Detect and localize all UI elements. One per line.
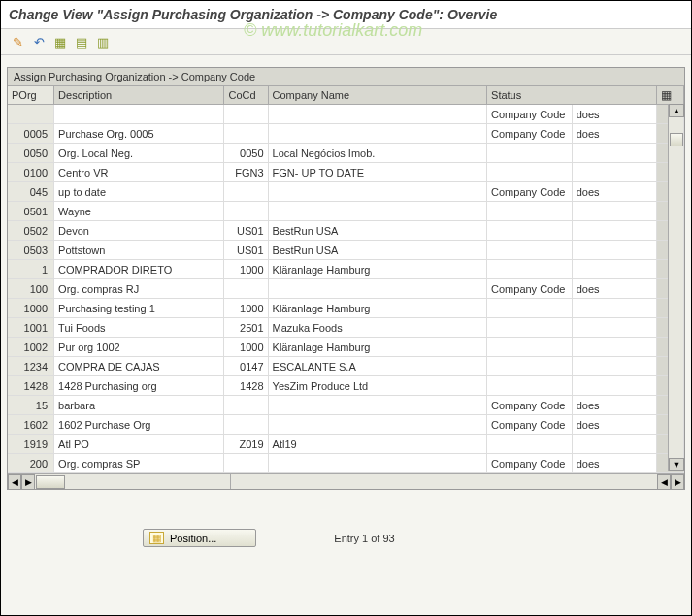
table-row[interactable]: 1919Atl POZ019Atl19 (8, 435, 684, 454)
cell-company[interactable] (268, 396, 486, 415)
table-row[interactable]: 1000Purchasing testing 11000Kläranlage H… (8, 299, 684, 318)
cell-description[interactable]: Pur org 1002 (54, 338, 224, 357)
cell-company[interactable] (268, 124, 486, 144)
cell-status1[interactable] (487, 318, 573, 338)
cell-cocd[interactable] (224, 105, 268, 124)
cell-description[interactable]: COMPRADOR DIRETO (54, 260, 224, 279)
cell-porg[interactable]: 0050 (8, 144, 54, 163)
cell-status1[interactable]: Company Code (487, 415, 573, 435)
table-row[interactable]: 15barbaraCompany Codedoes (8, 396, 684, 415)
table-row[interactable]: 0503PottstownUS01BestRun USA (8, 241, 684, 260)
select-block-icon[interactable]: ▤ (73, 33, 90, 50)
col-header-company[interactable]: Company Name (268, 86, 486, 105)
cell-description[interactable]: Org. compras RJ (54, 279, 224, 299)
cell-description[interactable]: up to date (54, 182, 224, 202)
cell-porg[interactable] (8, 105, 54, 124)
cell-description[interactable]: Org. Local Neg. (54, 144, 224, 163)
cell-company[interactable] (268, 279, 486, 299)
table-row[interactable]: 0501Wayne (8, 202, 684, 221)
cell-porg[interactable]: 1000 (8, 299, 54, 318)
table-row[interactable]: 200Org. compras SPCompany Codedoes▼ (8, 454, 684, 473)
cell-company[interactable]: Atl19 (268, 435, 486, 454)
cell-porg[interactable]: 15 (8, 396, 54, 415)
cell-description[interactable]: Atl PO (54, 435, 224, 454)
cell-cocd[interactable]: 1428 (224, 376, 268, 396)
scroll-thumb-horizontal-left[interactable] (36, 475, 65, 489)
cell-description[interactable] (54, 105, 224, 124)
col-header-cocd[interactable]: CoCd (224, 86, 268, 105)
cell-description[interactable]: 1428 Purchasing org (54, 376, 224, 396)
cell-porg[interactable]: 0501 (8, 202, 54, 221)
cell-status1[interactable] (487, 144, 573, 163)
scroll-left-button[interactable]: ◀ (8, 474, 21, 490)
scroll-up-button[interactable]: ▲ (669, 104, 684, 117)
cell-porg[interactable]: 0502 (8, 221, 54, 241)
cell-company[interactable]: Kläranlage Hamburg (268, 260, 486, 279)
cell-description[interactable]: Pottstown (54, 241, 224, 260)
cell-status2[interactable]: does (572, 279, 657, 299)
cell-status2[interactable] (572, 318, 657, 338)
cell-status1[interactable]: Company Code (487, 182, 573, 202)
cell-description[interactable]: Devon (54, 221, 224, 241)
table-settings-cell[interactable]: ▦ (657, 86, 684, 105)
cell-company[interactable]: Local Negócios Imob. (268, 144, 486, 163)
scroll-right-button-1[interactable]: ▶ (21, 474, 35, 490)
cell-porg[interactable]: 1919 (8, 435, 54, 454)
cell-status2[interactable] (572, 144, 657, 163)
cell-cocd[interactable]: 0050 (224, 144, 268, 163)
cell-company[interactable]: Kläranlage Hamburg (268, 299, 486, 318)
cell-company[interactable]: Mazuka Foods (268, 318, 486, 338)
undo-icon[interactable]: ↶ (30, 33, 48, 50)
change-icon[interactable]: ✎ (9, 33, 26, 50)
cell-cocd[interactable]: 1000 (224, 260, 268, 279)
cell-cocd[interactable]: FGN3 (224, 163, 268, 182)
cell-cocd[interactable] (224, 415, 268, 435)
cell-status1[interactable] (487, 241, 573, 260)
cell-status1[interactable]: Company Code (487, 124, 573, 144)
cell-company[interactable]: FGN- UP TO DATE (268, 163, 486, 182)
cell-description[interactable]: Centro VR (54, 163, 224, 182)
cell-status1[interactable] (487, 376, 573, 396)
cell-status2[interactable]: does (572, 124, 657, 144)
cell-porg[interactable]: 0100 (8, 163, 54, 182)
cell-status2[interactable] (572, 299, 657, 318)
cell-porg[interactable]: 200 (8, 454, 54, 473)
cell-status2[interactable] (572, 202, 657, 221)
cell-description[interactable]: Purchase Org. 0005 (54, 124, 224, 144)
scroll-right-button-2[interactable]: ▶ (671, 474, 684, 490)
table-row[interactable]: Company Codedoes▲ (8, 105, 684, 124)
cell-porg[interactable]: 1 (8, 260, 54, 279)
table-row[interactable]: 1002Pur org 10021000Kläranlage Hamburg (8, 338, 684, 357)
cell-status2[interactable] (572, 338, 657, 357)
cell-company[interactable] (268, 105, 486, 124)
cell-company[interactable] (268, 415, 486, 435)
cell-company[interactable] (268, 202, 486, 221)
cell-cocd[interactable] (224, 202, 268, 221)
position-button[interactable]: ▦ Position... (143, 529, 256, 547)
table-row[interactable]: 14281428 Purchasing org1428YesZim Produc… (8, 376, 684, 396)
cell-status1[interactable] (487, 163, 573, 182)
col-header-description[interactable]: Description (54, 86, 224, 105)
cell-company[interactable]: YesZim Produce Ltd (268, 376, 486, 396)
cell-porg[interactable]: 1602 (8, 415, 54, 435)
vertical-scrollbar[interactable]: ▲ ▼ (668, 104, 683, 471)
table-row[interactable]: 0502DevonUS01BestRun USA (8, 221, 684, 241)
table-row[interactable]: 045up to dateCompany Codedoes (8, 182, 684, 202)
cell-status2[interactable]: does (572, 396, 657, 415)
cell-status1[interactable] (487, 260, 573, 279)
cell-description[interactable]: COMPRA DE CAJAS (54, 357, 224, 376)
cell-cocd[interactable]: 1000 (224, 299, 268, 318)
cell-porg[interactable]: 100 (8, 279, 54, 299)
cell-cocd[interactable]: 1000 (224, 338, 268, 357)
cell-status2[interactable] (572, 376, 657, 396)
cell-description[interactable]: Purchasing testing 1 (54, 299, 224, 318)
cell-status2[interactable] (572, 221, 657, 241)
cell-status2[interactable] (572, 357, 657, 376)
scroll-left-button-2[interactable]: ◀ (657, 474, 671, 490)
cell-description[interactable]: barbara (54, 396, 224, 415)
cell-porg[interactable]: 045 (8, 182, 54, 202)
cell-status1[interactable]: Company Code (487, 454, 573, 473)
cell-status1[interactable] (487, 202, 573, 221)
cell-company[interactable]: Kläranlage Hamburg (268, 338, 486, 357)
cell-cocd[interactable]: 0147 (224, 357, 268, 376)
